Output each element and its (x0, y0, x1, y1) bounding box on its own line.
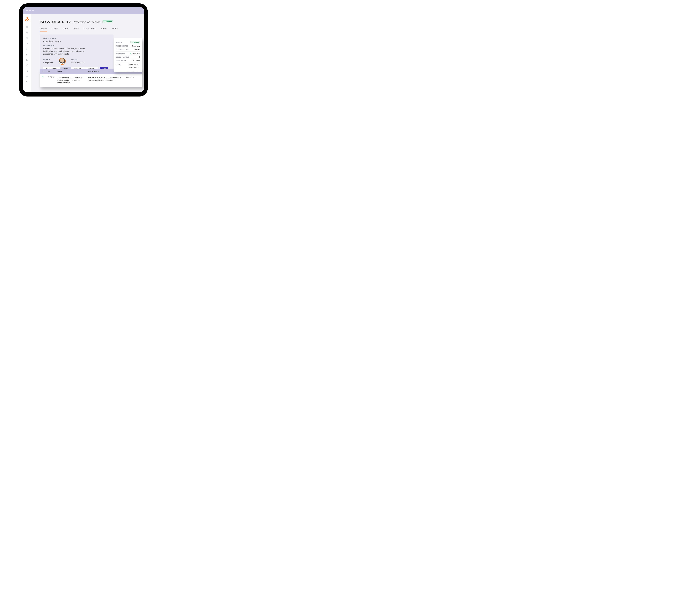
owner-avatar[interactable] (59, 58, 66, 65)
tab-issues[interactable]: Issues (112, 27, 118, 31)
row-desc: A technical attack that compromises data… (88, 76, 126, 84)
window-titlebar (23, 7, 144, 14)
clipboard-icon[interactable] (26, 64, 28, 67)
status-card: HEALTH Healthy IMPLEMENTATION Completed … (114, 38, 142, 72)
server-icon[interactable] (26, 59, 28, 61)
window-dot[interactable] (29, 10, 31, 12)
package-icon[interactable] (26, 31, 28, 34)
row-health-icon (42, 76, 48, 84)
risk-table: ID NAME DESCRIPTION RESIDUAL RISK R-BC-4… (40, 69, 142, 87)
dashboard-icon[interactable] (26, 26, 28, 28)
sidebar (23, 14, 31, 92)
window-dot[interactable] (26, 10, 28, 12)
svg-rect-1 (27, 26, 28, 27)
svg-rect-7 (26, 60, 28, 61)
status-issues-k: ISSUES (116, 64, 121, 65)
tab-labels[interactable]: Labels (51, 27, 58, 31)
leaf-icon (130, 52, 132, 54)
tab-tests[interactable]: Tests (73, 27, 79, 31)
svg-point-5 (27, 43, 28, 44)
svg-rect-2 (26, 27, 27, 28)
status-pastdue-k: ISSUES PAST DUE (116, 56, 129, 58)
page-header: ISO 27001-A.18.1.3 Protection of records… (40, 20, 138, 24)
heart-icon (42, 70, 44, 72)
svg-rect-11 (26, 81, 28, 82)
owner-value: Dave Thompson (71, 62, 85, 64)
status-health-badge: Healthy (130, 41, 140, 43)
status-auto-k: AUTOMATION (116, 60, 126, 62)
flag-icon[interactable] (26, 75, 28, 78)
control-name-value: Protection of records (43, 40, 110, 42)
row-risk: Moderate (126, 76, 140, 84)
svg-rect-6 (26, 59, 28, 60)
domain-value: Compliance (43, 62, 53, 64)
col-heart (42, 70, 48, 73)
tab-details[interactable]: Details (40, 27, 47, 31)
health-badge-label: Healthy (106, 21, 112, 23)
cloud-icon[interactable] (26, 53, 28, 56)
status-health-k: HEALTH (116, 41, 122, 43)
tab-notes[interactable]: Notes (101, 27, 107, 31)
heart-icon (42, 76, 44, 78)
status-fresh-k: FRESHNESS (116, 52, 125, 54)
status-fresh-v: 03/14/2024 (130, 52, 140, 54)
tab-automations[interactable]: Automations (83, 27, 96, 31)
domain-label: DOMAIN (43, 59, 53, 61)
bookmark-icon[interactable] (26, 48, 28, 50)
users-icon[interactable] (26, 42, 28, 45)
status-impl-k: IMPLEMENTATION (116, 45, 129, 47)
col-id[interactable]: ID (48, 70, 58, 73)
details-panel: CONTROL NAME Protection of records DESCR… (40, 35, 114, 74)
row-id: R-BC-4 (48, 76, 58, 84)
health-badge: Healthy (102, 20, 113, 23)
description-value: Records shall be protected from loss, de… (43, 47, 90, 56)
table-row[interactable]: R-BC-4 Information loss / corruption or … (40, 74, 142, 87)
col-name[interactable]: NAME (58, 70, 88, 73)
svg-point-4 (26, 43, 27, 43)
shield-icon[interactable] (26, 37, 28, 39)
badge-icon[interactable] (26, 70, 28, 72)
tab-proof[interactable]: Proof (63, 27, 69, 31)
status-auto-v: Not Started (132, 60, 140, 62)
svg-point-10 (27, 70, 28, 71)
control-name-label: CONTROL NAME (43, 38, 110, 39)
svg-rect-3 (27, 27, 28, 28)
status-health-v: Healthy (134, 41, 139, 43)
heart-icon (104, 21, 105, 23)
owner-label: OWNER (71, 59, 85, 61)
status-impl-v: Completed (132, 45, 140, 47)
tabs: Details Labels Proof Tests Automations N… (40, 27, 138, 31)
description-label: DESCRIPTION (43, 45, 110, 47)
svg-rect-0 (26, 26, 27, 27)
status-pastdue-v: 0 (139, 56, 140, 58)
status-issues-v: Active issues 0 Closed issues 0 (128, 64, 140, 69)
heart-icon (131, 41, 133, 43)
status-testing-v: Effective (134, 49, 140, 51)
page-title-code: ISO 27001-A.18.1.3 (40, 20, 71, 24)
row-name: Information loss / corruption or system … (58, 76, 88, 84)
page-title-name: Protection of records (73, 20, 100, 24)
status-testing-k: TESTING STATUS (116, 49, 129, 50)
window-dot[interactable] (32, 10, 33, 12)
app-logo[interactable] (25, 17, 29, 21)
chat-icon[interactable] (26, 81, 28, 83)
